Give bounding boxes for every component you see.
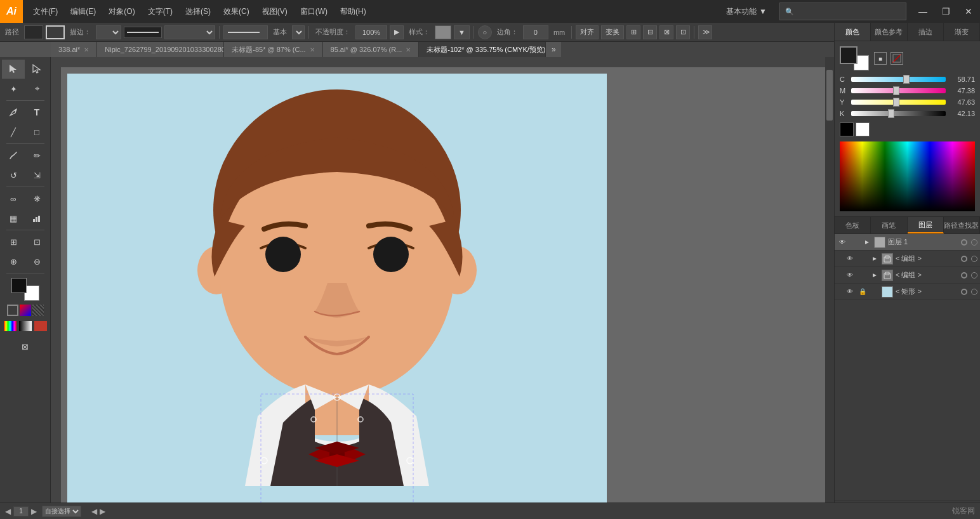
stroke-line-btn[interactable] — [223, 25, 268, 39]
align-btn[interactable]: 对齐 — [576, 25, 599, 39]
scrollbar-thumb[interactable] — [826, 70, 833, 121]
layer-0-lock[interactable]: 🔒 — [850, 237, 860, 247]
transform-btn[interactable]: 变换 — [601, 25, 624, 39]
minimize-button[interactable]: — — [911, 0, 934, 23]
page-nav-next[interactable]: ▶ — [31, 507, 37, 516]
page-number-input[interactable] — [13, 506, 29, 516]
layer-0-target[interactable] — [961, 239, 967, 246]
swatch-black[interactable] — [840, 122, 854, 136]
menu-edit[interactable]: 编辑(E) — [65, 4, 101, 20]
stroke-color-btn[interactable] — [46, 25, 65, 39]
tool-magnify[interactable]: ⊕ — [2, 252, 25, 271]
tool-a[interactable]: ⊞ — [626, 25, 640, 39]
k-slider-track[interactable] — [851, 111, 946, 116]
restore-button[interactable]: ❐ — [934, 0, 957, 23]
layer-3-lock[interactable]: 🔒 — [858, 287, 868, 297]
search-bar[interactable]: 🔍 — [779, 3, 906, 20]
menu-window[interactable]: 窗口(W) — [295, 4, 333, 20]
tool-chart[interactable]: ▦ — [2, 209, 25, 228]
fg-swatch[interactable] — [840, 46, 858, 64]
tool-artboard[interactable]: ⊞ — [2, 232, 25, 251]
layer-2-lock[interactable]: 🔒 — [858, 270, 868, 280]
tab-2[interactable]: 未标题-85* @ 87% (C... ✕ — [224, 42, 322, 57]
tool-text[interactable]: T — [25, 103, 48, 122]
layer-1-target[interactable] — [961, 256, 967, 262]
tab-3[interactable]: 85.ai* @ 326.07% (R... ✕ — [323, 42, 420, 57]
panel-tab-color[interactable]: 颜色 — [835, 23, 871, 41]
tool-rotate[interactable]: ↺ — [2, 166, 25, 185]
tool-pen[interactable] — [2, 103, 25, 122]
layer-item-1[interactable]: 👁 🔒 < 编组 > — [835, 251, 980, 267]
pattern-btn[interactable] — [32, 305, 44, 316]
stroke-select[interactable] — [96, 25, 121, 39]
tool-extra-1[interactable]: ⊠ — [14, 337, 37, 356]
tool-b[interactable]: ⊟ — [643, 25, 657, 39]
layer-2-target[interactable] — [961, 272, 967, 279]
solid-color-btn[interactable] — [7, 305, 18, 316]
style-down[interactable]: ▼ — [454, 25, 470, 39]
tool-pencil[interactable]: ✏ — [25, 146, 48, 165]
tab-close-2[interactable]: ✕ — [310, 46, 315, 53]
layers-tab-brushes[interactable]: 画笔 — [871, 217, 907, 233]
layer-1-expand[interactable] — [870, 254, 879, 263]
menu-effect[interactable]: 效果(C) — [218, 4, 255, 20]
none-fill-btn[interactable] — [891, 52, 903, 65]
layer-item-3[interactable]: 👁 🔒 < 矩形 > — [835, 284, 980, 300]
tool-slice[interactable]: ⊡ — [25, 232, 48, 251]
color-spectrum-btn[interactable] — [4, 321, 17, 331]
tool-blend[interactable]: ∞ — [2, 189, 25, 208]
tool-zoom[interactable]: ⊖ — [25, 252, 48, 271]
swatch-white[interactable] — [856, 122, 870, 136]
layer-0-expand[interactable] — [863, 238, 871, 247]
y-slider-track[interactable] — [851, 100, 946, 105]
expand-btn[interactable]: ≫ — [698, 25, 712, 39]
c-slider-track[interactable] — [851, 77, 946, 82]
tab-close-0[interactable]: ✕ — [84, 46, 89, 53]
layer-item-2[interactable]: 👁 🔒 < 编组 > — [835, 267, 980, 284]
layer-1-lock[interactable]: 🔒 — [858, 254, 868, 264]
stroke-type-select[interactable] — [164, 25, 215, 39]
color-spectrum[interactable] — [840, 141, 975, 211]
menu-view[interactable]: 视图(V) — [257, 4, 293, 20]
circle-btn[interactable]: ○ — [478, 25, 492, 39]
error-color-btn[interactable] — [34, 321, 47, 331]
tool-select[interactable] — [2, 60, 25, 79]
tool-scale[interactable]: ⇲ — [25, 166, 48, 185]
layers-tab-pathfinder[interactable]: 路径查找器 — [944, 217, 980, 233]
tool-line[interactable]: ╱ — [2, 122, 25, 141]
tool-direct-select[interactable] — [25, 60, 48, 79]
close-button[interactable]: ✕ — [957, 0, 980, 23]
tab-close-3[interactable]: ✕ — [406, 46, 411, 53]
menu-select[interactable]: 选择(S) — [180, 4, 216, 20]
tab-4[interactable]: 未标题-102* @ 335.75% (CMYK/预览) ✕ — [419, 42, 546, 57]
layer-1-visibility[interactable]: 👁 — [845, 254, 855, 264]
tool-c[interactable]: ⊠ — [659, 25, 673, 39]
layer-3-target[interactable] — [961, 289, 967, 295]
artboard-container[interactable] — [61, 67, 825, 503]
grayscale-btn[interactable] — [19, 321, 32, 331]
layer-0-visibility[interactable]: 👁 — [837, 237, 847, 247]
fill-color-btn[interactable] — [24, 25, 43, 39]
corner-input[interactable] — [523, 25, 548, 39]
tool-magic-wand[interactable]: ✦ — [2, 79, 25, 98]
tool-symbol[interactable]: ❋ — [25, 189, 48, 208]
menu-file[interactable]: 文件(F) — [28, 4, 63, 20]
tab-overflow-btn[interactable]: » — [546, 42, 561, 57]
tool-column-chart[interactable] — [25, 209, 48, 228]
layers-tab-layers[interactable]: 图层 — [908, 217, 944, 233]
tool-rect[interactable]: □ — [25, 122, 48, 141]
panel-tab-stroke[interactable]: 描边 — [908, 23, 944, 41]
k-slider-thumb[interactable] — [888, 109, 894, 118]
menu-object[interactable]: 对象(O) — [103, 4, 140, 20]
canvas-area[interactable] — [51, 57, 825, 503]
page-mode-select[interactable]: 自接选择 — [42, 506, 81, 517]
m-slider-thumb[interactable] — [893, 86, 899, 95]
m-slider-track[interactable] — [851, 88, 946, 93]
opacity-input[interactable] — [355, 25, 387, 39]
opacity-play[interactable]: ▶ — [390, 25, 404, 39]
tab-0[interactable]: 338.ai* ✕ — [51, 42, 97, 57]
menu-help[interactable]: 帮助(H) — [335, 4, 371, 20]
artboard-nav-right[interactable]: ▶ — [100, 507, 105, 516]
panel-tab-color-ref[interactable]: 颜色参考 — [871, 23, 907, 41]
basic-select[interactable]: ▼ — [292, 25, 305, 39]
